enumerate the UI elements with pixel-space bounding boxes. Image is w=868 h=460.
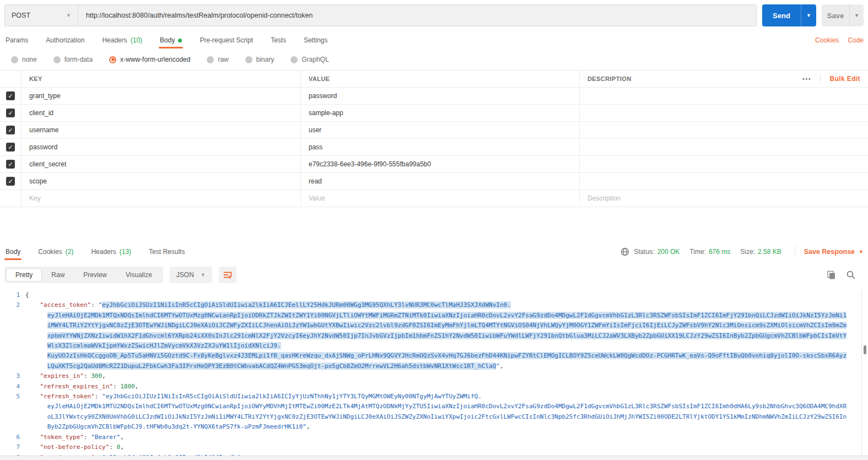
method-select[interactable]: POST ▼ xyxy=(5,5,78,26)
code-text: "expires_in": 300, xyxy=(25,371,106,381)
scroll-track xyxy=(861,290,862,456)
key-cell[interactable]: client_secret xyxy=(21,156,301,172)
response-body-viewer[interactable]: 1{2 "access_token": "eyJhbGciOiJSUzI1NiI… xyxy=(0,290,868,456)
row-checkbox[interactable]: ✓ xyxy=(6,160,15,169)
value-cell[interactable]: e79c2338-6ee3-496e-9f90-555fba99a5b0 xyxy=(301,156,580,172)
body-mode-none[interactable]: none xyxy=(11,56,37,63)
row-checkbox[interactable]: ✓ xyxy=(6,91,15,100)
body-mode-label: raw xyxy=(218,56,228,63)
search-icon[interactable] xyxy=(846,270,856,280)
code-link[interactable]: Code xyxy=(848,36,864,44)
code-text: "token_type": "Bearer", xyxy=(25,432,124,442)
body-mode-raw[interactable]: raw xyxy=(207,56,228,63)
tab-authorization[interactable]: Authorization xyxy=(45,33,85,47)
tab-body[interactable]: Body xyxy=(159,33,183,47)
key-cell[interactable]: password xyxy=(21,139,301,155)
send-options-button[interactable]: ▼ xyxy=(801,4,816,26)
url-input[interactable] xyxy=(78,5,756,26)
code-line: KuyUOJzIsHkQCcggoOB_Ap5Tu5aHNVi5GOztd9C-… xyxy=(0,351,868,361)
key-input-placeholder[interactable]: Key xyxy=(21,190,301,207)
cookies-link[interactable]: Cookies xyxy=(815,36,839,44)
save-button[interactable]: Save xyxy=(822,4,849,26)
time-label: Time: xyxy=(689,248,706,256)
scrollbar-thumb[interactable] xyxy=(864,345,866,354)
key-cell[interactable]: grant_type xyxy=(21,88,301,104)
tab-tests[interactable]: Tests xyxy=(269,33,287,47)
tab-label: Headers xyxy=(102,36,127,44)
bulk-edit-button[interactable]: Bulk Edit xyxy=(829,75,860,83)
key-cell[interactable]: client_id xyxy=(21,105,301,121)
row-checkbox[interactable]: ✓ xyxy=(6,109,15,117)
tab-headers[interactable]: Headers(13) xyxy=(90,245,132,259)
save-group: Save ▼ xyxy=(822,4,864,26)
code-line: xpbmVfYWNjZXNzIiwidW1hX2F1dGhvcml6YXRpb2… xyxy=(0,331,868,341)
params-table: KEY VALUE DESCRIPTION ••• Bulk Edit ✓gra… xyxy=(0,70,868,207)
globe-icon[interactable] xyxy=(621,247,629,256)
json-format-select[interactable]: JSON ▼ xyxy=(170,267,212,283)
response-meta: Status:200 OK Time:676 ms Size:2.58 KB S… xyxy=(621,246,864,258)
view-preview[interactable]: Preview xyxy=(74,268,116,282)
toolbar-right xyxy=(826,270,864,280)
more-options-button[interactable]: ••• xyxy=(802,76,812,82)
description-cell[interactable] xyxy=(580,139,868,155)
key-cell[interactable]: scope xyxy=(21,173,301,190)
send-button[interactable]: Send xyxy=(762,4,801,26)
row-checkbox[interactable]: ✓ xyxy=(6,126,15,134)
description-cell[interactable] xyxy=(580,105,868,121)
code-text: "not-before-policy": 0, xyxy=(25,442,124,452)
body-mode-graphql[interactable]: GraphQL xyxy=(290,56,328,63)
code-line: 1{ xyxy=(0,290,868,300)
body-mode-binary[interactable]: binary xyxy=(245,56,274,63)
value-cell[interactable]: read xyxy=(301,173,580,190)
body-mode-form-data[interactable]: form-data xyxy=(53,56,93,63)
table-row-placeholder: KeyValueDescription xyxy=(0,190,868,207)
value-cell[interactable]: pass xyxy=(301,139,580,155)
row-checkbox[interactable]: ✓ xyxy=(6,177,15,186)
tab-test-results[interactable]: Test Results xyxy=(148,245,186,259)
description-input-placeholder[interactable]: Description xyxy=(580,190,868,207)
key-cell[interactable]: username xyxy=(21,122,301,138)
code-line: eyJleHAiOjE2MDk1MTU2NDQsImlhdCI6MTYwOTUx… xyxy=(0,402,868,412)
tab-body[interactable]: Body xyxy=(4,245,21,259)
tab-headers[interactable]: Headers(10) xyxy=(101,33,143,47)
check-cell: ✓ xyxy=(0,139,21,155)
code-line: LQuXKT5cg2QaUd8McRZZ1DupuL2FbkCwh3Fa3IPr… xyxy=(0,361,868,371)
table-row: ✓passwordpass xyxy=(0,139,868,156)
body-mode-x-www-form-urlencoded[interactable]: x-www-form-urlencoded xyxy=(109,56,190,63)
wrap-text-icon xyxy=(223,270,233,280)
row-checkbox[interactable]: ✓ xyxy=(6,143,15,151)
tab-pre-request-script[interactable]: Pre-request Script xyxy=(198,33,254,47)
url-group: POST ▼ xyxy=(4,4,757,26)
line-number xyxy=(0,402,25,412)
code-line: 4 "refresh_expires_in": 1800, xyxy=(0,382,868,392)
header-check-cell xyxy=(0,71,21,87)
code-text: oL3JlYWxtcy90ZXN0UmVhbG0iLCJzdWIiOiJkNzI… xyxy=(25,412,847,422)
value-input-placeholder[interactable]: Value xyxy=(301,190,580,207)
description-cell[interactable] xyxy=(580,156,868,172)
tab-cookies[interactable]: Cookies(2) xyxy=(37,245,74,259)
description-cell[interactable] xyxy=(580,173,868,190)
code-text: iMWY4LTRiY2YtYjgxNC0zZjE3OTEwYWJiNDgiLCJ… xyxy=(25,321,847,331)
wrap-text-button[interactable] xyxy=(219,267,236,283)
view-visualize[interactable]: Visualize xyxy=(116,268,161,282)
table-header-row: KEY VALUE DESCRIPTION ••• Bulk Edit xyxy=(0,71,868,88)
view-raw[interactable]: Raw xyxy=(42,268,74,282)
value-cell[interactable]: user xyxy=(301,122,580,138)
tab-count-badge: (13) xyxy=(120,248,131,256)
value-cell[interactable]: sample-app xyxy=(301,105,580,121)
save-options-button[interactable]: ▼ xyxy=(849,4,864,26)
value-cell[interactable]: password xyxy=(301,88,580,104)
view-pretty[interactable]: Pretty xyxy=(6,268,42,282)
size-label: Size: xyxy=(740,248,755,256)
tab-label: Headers xyxy=(91,248,116,256)
copy-icon[interactable] xyxy=(826,270,836,280)
tab-settings[interactable]: Settings xyxy=(303,33,328,47)
description-cell[interactable] xyxy=(580,122,868,138)
tab-params[interactable]: Params xyxy=(4,33,29,47)
response-section: BodyCookies(2)Headers(13)Test Results St… xyxy=(0,242,868,456)
table-row: ✓scoperead xyxy=(0,173,868,190)
description-cell[interactable] xyxy=(580,88,868,104)
code-text: LQuXKT5cg2QaUd8McRZZ1DupuL2FbkCwh3Fa3IPr… xyxy=(25,361,504,371)
body-mode-radios: noneform-datax-www-form-urlencodedrawbin… xyxy=(0,48,868,69)
save-response-button[interactable]: Save Response ▼ xyxy=(795,246,864,258)
